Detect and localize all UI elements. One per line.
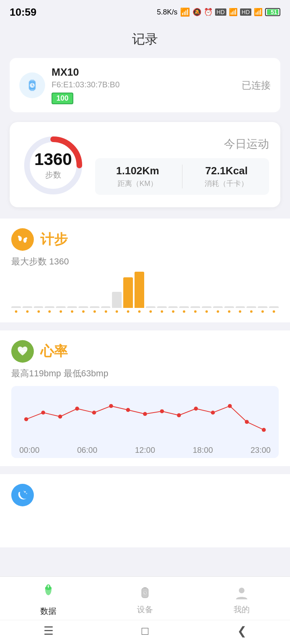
device-mac: F6:E1:03:30:7B:B0: [52, 80, 235, 89]
bar-col-9: [112, 292, 122, 313]
distance-stat: 1.102Km 距离（KM）: [103, 165, 172, 188]
device-icon: [19, 72, 45, 98]
device-connection-status: 已连接: [242, 79, 271, 92]
bar-col-2: [34, 306, 44, 313]
bar-body-22: [258, 306, 267, 308]
svg-point-13: [26, 493, 27, 494]
bar-body-9: [112, 292, 122, 308]
bar-dot-23: [273, 310, 275, 313]
bar-col-16: [191, 306, 200, 313]
bar-body-1: [23, 306, 32, 308]
heart-dot-4: [92, 411, 96, 415]
calories-stat: 72.1Kcal 消耗（千卡）: [192, 165, 261, 188]
heart-dot-2: [58, 415, 62, 419]
heart-dot-10: [194, 407, 198, 411]
bar-col-4: [56, 306, 66, 313]
heart-dot-14: [262, 428, 266, 432]
nav-icon-device: [135, 583, 155, 603]
device-battery: 100: [52, 93, 73, 104]
system-nav: ☰ □ ❮: [0, 620, 290, 644]
nav-item-device[interactable]: 设备: [97, 583, 193, 615]
bar-col-23: [269, 306, 279, 313]
heart-rate-header: 心率: [11, 340, 279, 363]
device-info: MX10 F6:E1:03:30:7B:B0 100: [52, 66, 235, 104]
time-label-4: 23:00: [251, 446, 271, 455]
pedometer-section: 计步 最大步数 1360: [0, 219, 290, 322]
bar-body-8: [101, 306, 111, 308]
stat-divider: [182, 165, 182, 188]
heart-dot-11: [211, 411, 215, 415]
back-button[interactable]: ❮: [226, 624, 258, 638]
footstep-icon: [16, 233, 29, 246]
bar-dot-6: [82, 310, 85, 313]
heart-dot-8: [160, 409, 164, 413]
activity-title: 今日运动: [95, 136, 269, 152]
nav-icon-data: [39, 582, 58, 604]
status-icons: 5.8K/s 📶 🔕 ⏰ HD 📶 HD 📶 51: [157, 7, 281, 17]
bar-body-4: [56, 306, 66, 308]
bar-dot-14: [172, 310, 174, 313]
bar-col-15: [179, 306, 189, 313]
nav-item-profile[interactable]: 我的: [193, 583, 290, 615]
bar-body-15: [179, 306, 189, 308]
bar-dot-15: [183, 310, 185, 313]
bar-dot-22: [261, 310, 264, 313]
status-time: 10:59: [10, 6, 37, 19]
distance-label: 距离（KM）: [103, 179, 172, 188]
bar-dot-1: [26, 310, 29, 313]
sleep-icon-bg: [11, 484, 34, 506]
bar-dot-12: [149, 310, 152, 313]
bar-dot-10: [127, 310, 129, 313]
svg-rect-2: [30, 89, 34, 91]
bar-dot-3: [48, 310, 51, 313]
pedometer-header: 计步: [11, 228, 279, 251]
bar-body-18: [213, 306, 223, 308]
svg-rect-18: [143, 587, 147, 588]
bar-dot-19: [228, 310, 230, 313]
hd-badge: HD: [215, 8, 226, 16]
time-label-2: 12:00: [135, 446, 155, 455]
heart-dot-0: [24, 417, 28, 421]
heart-rate-subtitle: 最高119bmp 最低63bmp: [11, 367, 279, 380]
home-button[interactable]: □: [129, 625, 161, 638]
nav-item-data[interactable]: 数据: [0, 582, 97, 617]
sleep-section-peek: [0, 474, 290, 547]
bar-col-3: [45, 306, 54, 313]
bar-dot-20: [239, 310, 241, 313]
bar-col-17: [202, 306, 211, 313]
page-title: 记录: [0, 31, 290, 48]
nav-icon-profile: [232, 583, 251, 603]
watch-icon: [24, 77, 40, 93]
device-nav-icon: [137, 585, 153, 601]
mute-icon: 🔕: [193, 8, 201, 17]
nav-items: 数据 设备 我的: [0, 577, 290, 620]
bar-dot-5: [71, 310, 73, 313]
bar-body-0: [11, 306, 21, 308]
bar-col-14: [168, 306, 178, 313]
bar-col-13: [157, 306, 167, 313]
svg-point-11: [25, 237, 27, 239]
heart-rate-title: 心率: [40, 342, 68, 361]
heart-dot-6: [126, 408, 130, 412]
bar-col-1: [23, 306, 32, 313]
bar-body-6: [79, 306, 88, 308]
activity-card: 1360 步数 今日运动 1.102Km 距离（KM） 72.1Kcal 消耗（…: [10, 122, 280, 207]
heart-dot-3: [75, 407, 79, 411]
status-bar: 10:59 5.8K/s 📶 🔕 ⏰ HD 📶 HD 📶 51: [0, 0, 290, 23]
distance-value: 1.102Km: [103, 165, 172, 177]
bar-dot-13: [161, 310, 163, 313]
bar-col-18: [213, 306, 223, 313]
device-card: MX10 F6:E1:03:30:7B:B0 100 已连接: [10, 58, 280, 112]
device-name: MX10: [52, 66, 235, 78]
heart-dot-9: [177, 413, 181, 417]
sleep-header: [11, 484, 279, 506]
sleep-icon: [16, 489, 29, 502]
bar-body-23: [269, 306, 279, 308]
heart-chart-container: 00:00 06:00 12:00 18:00 23:00: [11, 386, 279, 458]
menu-button[interactable]: ☰: [32, 624, 64, 638]
nav-label-profile: 我的: [234, 604, 250, 615]
battery-level: 51: [267, 9, 281, 15]
bar-body-13: [157, 306, 167, 308]
bar-dot-11: [138, 310, 141, 313]
heart-dot-1: [41, 411, 45, 415]
